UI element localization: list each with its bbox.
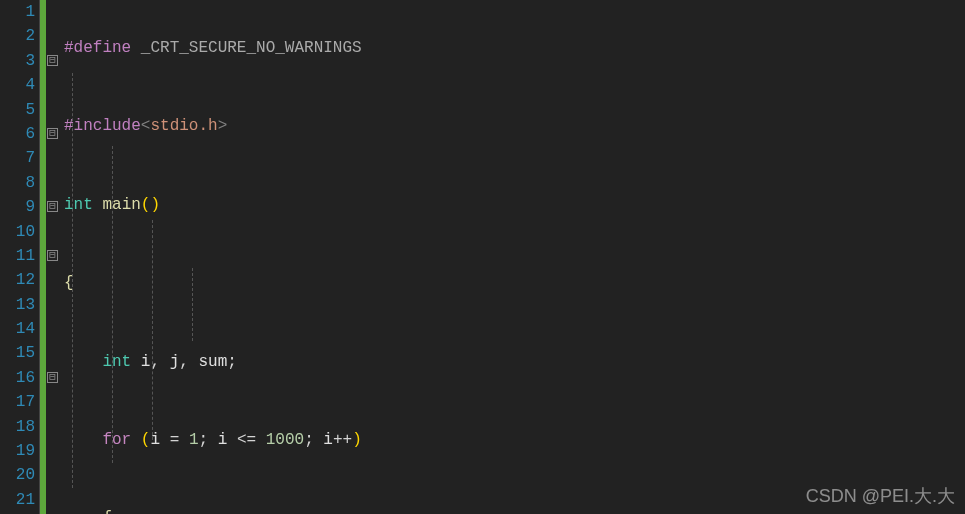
variable: i	[141, 353, 151, 371]
line-number: 20	[0, 463, 35, 487]
comma: ,	[179, 353, 189, 371]
line-number: 15	[0, 341, 35, 365]
watermark-text: CSDN @PEI.大.大	[806, 484, 955, 508]
code-line[interactable]: int main()	[60, 193, 965, 217]
line-number: 3	[0, 49, 35, 73]
fold-toggle[interactable]: ⊟	[47, 128, 58, 139]
line-number: 19	[0, 439, 35, 463]
type-keyword: int	[102, 353, 131, 371]
line-number: 1	[0, 0, 35, 24]
code-line[interactable]: {	[60, 271, 965, 295]
code-editor[interactable]: 1 2 3 4 5 6 7 8 9 10 11 12 13 14 15 16 1…	[0, 0, 965, 514]
fold-gutter: ⊟ ⊟ ⊟ ⊟ ⊟	[46, 0, 60, 514]
line-number: 10	[0, 220, 35, 244]
fold-toggle[interactable]: ⊟	[47, 55, 58, 66]
indent-guide	[72, 73, 73, 488]
line-number: 2	[0, 24, 35, 48]
paren: )	[150, 196, 160, 214]
line-number: 13	[0, 293, 35, 317]
preproc-keyword: #define	[64, 39, 131, 57]
preproc-keyword: #include	[64, 117, 141, 135]
paren: )	[352, 431, 362, 449]
semicolon: ;	[227, 353, 237, 371]
indent-guide	[192, 268, 193, 341]
function-name: main	[102, 196, 140, 214]
semicolon: ;	[304, 431, 314, 449]
number: 1000	[266, 431, 304, 449]
line-number: 5	[0, 98, 35, 122]
line-number: 14	[0, 317, 35, 341]
paren: (	[141, 431, 151, 449]
line-number: 7	[0, 146, 35, 170]
indent-guide	[112, 146, 113, 463]
fold-toggle[interactable]: ⊟	[47, 250, 58, 261]
line-number: 6	[0, 122, 35, 146]
control-keyword: for	[102, 431, 131, 449]
paren: (	[141, 196, 151, 214]
line-number: 12	[0, 268, 35, 292]
operator: <=	[237, 431, 256, 449]
variable: j	[170, 353, 180, 371]
variable: i	[323, 431, 333, 449]
code-line[interactable]: #define _CRT_SECURE_NO_WARNINGS	[60, 36, 965, 60]
code-area[interactable]: #define _CRT_SECURE_NO_WARNINGS #include…	[60, 0, 965, 514]
fold-toggle[interactable]: ⊟	[47, 201, 58, 212]
line-number: 21	[0, 488, 35, 512]
angle-bracket: >	[218, 117, 228, 135]
line-number: 9	[0, 195, 35, 219]
variable: sum	[198, 353, 227, 371]
line-number: 18	[0, 415, 35, 439]
indent-guide	[152, 220, 153, 440]
line-number: 16	[0, 366, 35, 390]
code-line[interactable]: int i, j, sum;	[60, 350, 965, 374]
line-number: 4	[0, 73, 35, 97]
operator: =	[170, 431, 180, 449]
operator: ++	[333, 431, 352, 449]
line-number-gutter: 1 2 3 4 5 6 7 8 9 10 11 12 13 14 15 16 1…	[0, 0, 40, 514]
line-number: 11	[0, 244, 35, 268]
code-line[interactable]: for (i = 1; i <= 1000; i++)	[60, 428, 965, 452]
angle-bracket: <	[141, 117, 151, 135]
variable: i	[218, 431, 228, 449]
code-line[interactable]: #include<stdio.h>	[60, 114, 965, 138]
line-number: 17	[0, 390, 35, 414]
fold-toggle[interactable]: ⊟	[47, 372, 58, 383]
semicolon: ;	[198, 431, 208, 449]
brace: {	[102, 509, 112, 514]
line-number: 8	[0, 171, 35, 195]
macro-name: _CRT_SECURE_NO_WARNINGS	[141, 39, 362, 57]
type-keyword: int	[64, 196, 93, 214]
header-name: stdio.h	[150, 117, 217, 135]
